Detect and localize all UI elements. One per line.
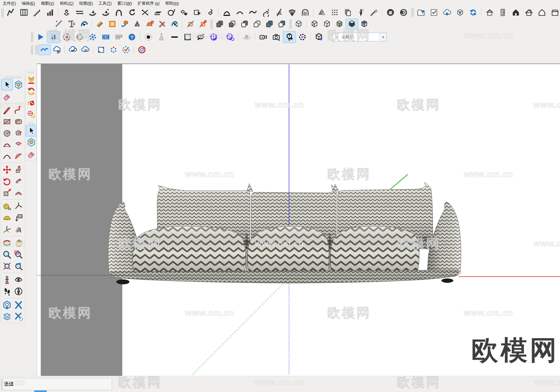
wedgeorange-button[interactable]	[94, 19, 106, 29]
cubepair6-button[interactable]	[276, 19, 288, 29]
badgemo-button[interactable]: 模	[384, 7, 397, 17]
menu-item-8[interactable]: 帮助(H)	[162, 0, 182, 7]
pause-button[interactable]	[47, 31, 60, 43]
badge5-button[interactable]: 5	[397, 7, 410, 17]
cubewhite-button[interactable]	[292, 19, 305, 29]
lookaround-button[interactable]	[13, 274, 24, 286]
circlepen-button[interactable]	[165, 7, 178, 17]
zoomext-button[interactable]	[1, 260, 13, 272]
followme-button[interactable]	[13, 175, 24, 187]
play-button[interactable]	[34, 31, 47, 43]
camcorder-button[interactable]	[257, 31, 270, 43]
cutdots-button[interactable]	[138, 7, 152, 17]
clockcheck-button[interactable]	[120, 44, 132, 55]
pie2-button[interactable]	[13, 150, 24, 162]
toolbar-grip[interactable]	[411, 8, 413, 17]
cloudup-button[interactable]	[441, 7, 454, 17]
focusdot-button[interactable]	[142, 31, 155, 43]
stairs-button[interactable]	[30, 7, 44, 17]
cubepair5-button[interactable]	[263, 19, 276, 29]
stripcomponent-button[interactable]	[26, 137, 37, 148]
trapdel-button[interactable]	[143, 19, 156, 29]
tapetool-button[interactable]	[1, 201, 13, 212]
ppurplesync-button[interactable]	[224, 31, 237, 43]
frameorange-button[interactable]	[106, 19, 119, 29]
poscam-button[interactable]	[1, 274, 13, 286]
spacing-button[interactable]	[73, 7, 86, 17]
scurvegreen-button[interactable]	[168, 19, 181, 29]
bluelayers-button[interactable]	[1, 311, 13, 322]
curvearrow2-button[interactable]	[99, 7, 112, 17]
text3d-button[interactable]: AA	[13, 224, 24, 235]
houseattic-button[interactable]	[522, 7, 535, 17]
geardot-button[interactable]	[296, 31, 309, 43]
boxcursor-button[interactable]	[191, 7, 204, 17]
toolbar-grip[interactable]	[210, 19, 212, 29]
walktool-button[interactable]	[1, 286, 13, 297]
looparrow-button[interactable]	[125, 7, 138, 17]
flipblue-button[interactable]	[78, 19, 90, 29]
record-button[interactable]	[60, 31, 73, 43]
toolbar-grip[interactable]	[289, 19, 292, 29]
bulbplus-button[interactable]	[283, 31, 296, 43]
columns-button[interactable]	[17, 7, 30, 17]
beadcurve-button[interactable]	[233, 7, 246, 17]
striperaser-button[interactable]	[26, 148, 37, 160]
stopx-button[interactable]	[73, 31, 86, 43]
circletool-button[interactable]	[1, 127, 13, 139]
housegreen-button[interactable]	[483, 7, 496, 17]
gearblue-button[interactable]	[86, 31, 99, 43]
squareoutline-button[interactable]	[181, 31, 194, 43]
recttool-button[interactable]	[1, 116, 13, 127]
mirrortri-button[interactable]	[315, 7, 328, 17]
drag-handle[interactable]	[28, 72, 34, 73]
menu-item-1[interactable]: 编辑(E)	[19, 0, 38, 7]
homesolid-button[interactable]	[509, 7, 522, 17]
menu-item-0[interactable]: 文件(F)	[0, 0, 19, 7]
beamdot-button[interactable]	[65, 19, 78, 29]
menu-item-3[interactable]: 相机(C)	[57, 0, 76, 7]
stripcursor-button[interactable]	[26, 125, 37, 137]
cubebluegray-button[interactable]	[358, 19, 371, 29]
dotsring-button[interactable]	[107, 44, 120, 55]
houseoutline-button[interactable]	[535, 7, 548, 17]
toolbar-grip[interactable]	[30, 32, 33, 42]
rollorange-button[interactable]	[119, 19, 131, 29]
archbase-button[interactable]	[220, 7, 233, 17]
pietool-button[interactable]	[13, 139, 24, 150]
sqblue-button[interactable]	[184, 19, 197, 29]
compasstool-button[interactable]	[13, 286, 24, 297]
rake-button[interactable]	[286, 7, 299, 17]
susync-button[interactable]	[26, 86, 37, 97]
cubepair4-button[interactable]	[251, 19, 263, 29]
rectround-button[interactable]	[13, 116, 24, 127]
protractor-button[interactable]	[1, 212, 13, 224]
pencilred-button[interactable]	[1, 104, 13, 116]
flagpen-button[interactable]	[273, 7, 286, 17]
cabinet-button[interactable]	[496, 7, 509, 17]
pantool-button[interactable]	[13, 237, 24, 249]
handdiamond-button[interactable]	[204, 7, 217, 17]
componentbox-button[interactable]	[13, 79, 24, 91]
boxdown-button[interactable]	[454, 7, 467, 17]
dashblack-button[interactable]	[168, 31, 181, 43]
prevview-button[interactable]	[13, 260, 24, 272]
bluehex-button[interactable]	[1, 299, 13, 311]
broom-button[interactable]	[367, 7, 380, 17]
menu-item-7[interactable]: 扩展程序 (x)	[135, 0, 162, 7]
cubewire-button[interactable]	[308, 19, 321, 29]
camera-button[interactable]	[270, 31, 283, 43]
spiral3-button[interactable]: 3	[259, 7, 273, 17]
arch-button[interactable]	[112, 7, 125, 17]
arc2-button[interactable]	[1, 150, 13, 162]
freehand-button[interactable]	[13, 104, 24, 116]
tag-filter-dropdown[interactable]: ✓未标记▼	[332, 33, 387, 41]
cubegray-button[interactable]	[333, 19, 346, 29]
compassneedle-button[interactable]: N	[354, 7, 367, 17]
drag-handle[interactable]	[4, 77, 22, 78]
axestool-button[interactable]	[1, 224, 13, 235]
menu-item-5[interactable]: 工具(T)	[96, 0, 115, 7]
syncblue-button[interactable]	[467, 7, 480, 17]
cloudcheck-button[interactable]	[67, 44, 79, 55]
houseflat-button[interactable]	[548, 7, 560, 17]
